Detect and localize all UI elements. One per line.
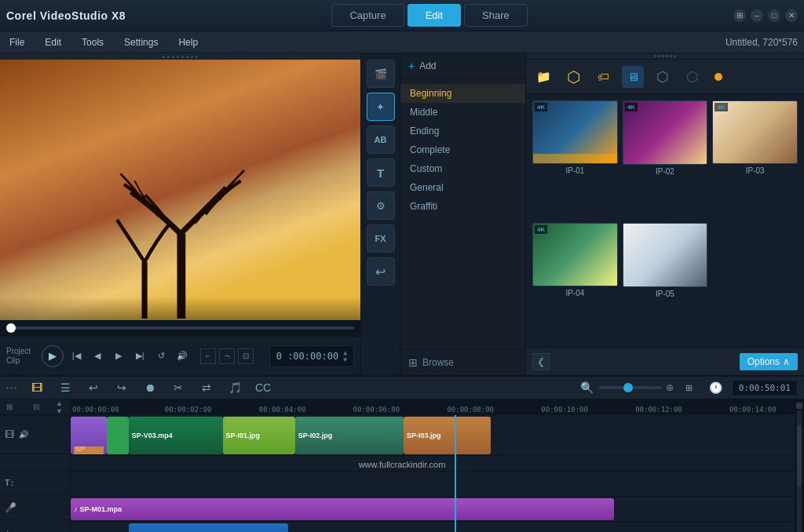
capture-btn[interactable]: Capture <box>331 4 404 27</box>
tc-up-arrow[interactable]: ▲ <box>343 349 347 356</box>
menu-tools[interactable]: Tools <box>79 35 107 49</box>
thumb-img-ip02[interactable]: 4K <box>623 100 708 165</box>
cat-complete[interactable]: Complete <box>400 140 525 159</box>
thumb-ip04[interactable]: 4K IP-04 <box>532 223 618 341</box>
thumb-img-ip03[interactable]: 4K <box>712 100 798 164</box>
tag-icon[interactable]: 🏷 <box>592 66 614 88</box>
add-track-btn[interactable]: ⊞ <box>3 401 16 414</box>
hexagon2-icon[interactable]: ⬡ <box>652 66 674 88</box>
thumb-ip01[interactable]: 4K IP-01 <box>532 100 618 218</box>
thumb-bar <box>533 154 617 163</box>
thumb-img-ip04[interactable]: 4K <box>532 223 618 286</box>
grid-icon[interactable]: ⊞ <box>733 9 746 22</box>
title-sidebar-btn[interactable]: AB <box>367 126 395 154</box>
snapshot-button[interactable]: ⊡ <box>238 348 254 364</box>
cat-beginning[interactable]: Beginning <box>400 84 525 103</box>
minimize-btn[interactable]: – <box>751 9 763 22</box>
hex-icon[interactable]: ⬡ <box>562 66 584 88</box>
timeline-view-btn[interactable]: 🎞 <box>26 377 48 399</box>
play-button[interactable]: ▶ <box>42 345 64 367</box>
mark-in-button[interactable]: ⌐ <box>200 348 216 364</box>
remove-track-btn[interactable]: ⊟ <box>30 401 42 414</box>
step-forward-button[interactable]: ▶ <box>110 348 127 365</box>
v-scroll-up[interactable] <box>796 403 802 409</box>
fx-sidebar-btn[interactable]: FX <box>367 224 395 253</box>
clip-green[interactable] <box>107 417 129 454</box>
clip-label: Clip <box>6 357 31 365</box>
cat-middle[interactable]: Middle <box>400 103 525 122</box>
motion-sidebar-btn[interactable]: ↩ <box>367 257 395 286</box>
browse-icon: ⊞ <box>408 356 418 369</box>
instant-project-btn[interactable]: ✦ <box>367 93 395 121</box>
zoom-out-icon[interactable]: 🔍 <box>580 381 594 394</box>
redo-btn[interactable]: ↪ <box>111 377 133 399</box>
cat-graffiti[interactable]: Graffiti <box>400 197 525 216</box>
maximize-btn[interactable]: □ <box>768 9 780 22</box>
add-label[interactable]: Add <box>419 60 436 71</box>
fit-timeline-btn[interactable]: ⊞ <box>678 377 700 399</box>
zoom-slider[interactable] <box>598 386 661 389</box>
cat-custom[interactable]: Custom <box>400 159 525 178</box>
clip-sp-thumb[interactable]: SP <box>71 417 107 454</box>
thumb-ip03[interactable]: 4K IP-03 <box>712 100 798 218</box>
seek-track[interactable] <box>6 326 354 330</box>
skip-end-button[interactable]: ▶| <box>131 348 148 365</box>
clip-spi01[interactable]: SP-I01.jpg <box>223 417 295 454</box>
record-btn[interactable]: ⏺ <box>139 377 161 399</box>
hexagon3-icon[interactable]: ⬡ <box>682 66 704 88</box>
thumb-ip02[interactable]: 4K IP-02 <box>623 100 708 218</box>
step-back-button[interactable]: ◀ <box>89 348 106 365</box>
v-scroll-thumb[interactable] <box>797 425 802 486</box>
scroll-up-arrow[interactable]: ▲ <box>56 399 67 407</box>
seek-thumb[interactable] <box>6 323 16 333</box>
split-btn[interactable]: ✂ <box>167 377 189 399</box>
timeline-timecode: 0:00:50:01 <box>732 380 798 396</box>
menu-settings[interactable]: Settings <box>121 35 161 49</box>
clip-spi03[interactable]: SP-I03.jpg <box>404 417 491 454</box>
scroll-down-arrow[interactable]: ▼ <box>56 407 67 415</box>
text-sidebar-btn[interactable]: T <box>367 159 395 187</box>
seek-bar[interactable] <box>0 320 360 336</box>
cat-general[interactable]: General <box>400 178 525 197</box>
edit-btn[interactable]: Edit <box>407 4 461 27</box>
loop-button[interactable]: ↺ <box>152 348 170 365</box>
zoom-in-icon[interactable]: ⊕ <box>666 382 674 393</box>
thumb-img-ip01[interactable]: 4K <box>532 100 618 164</box>
volume-button[interactable]: 🔊 <box>174 348 191 365</box>
playhead[interactable] <box>455 415 456 532</box>
options-button[interactable]: Options ∧ <box>740 353 798 370</box>
captions-btn[interactable]: CC <box>252 377 274 399</box>
category-list: Beginning Middle Ending Complete Custom … <box>400 79 525 349</box>
close-btn[interactable]: ✕ <box>785 9 798 22</box>
audio-btn[interactable]: 🎵 <box>224 377 246 399</box>
clip-spi02[interactable]: SP-I02.jpg <box>295 417 404 454</box>
browse-row[interactable]: ⊞ Browse <box>400 349 525 375</box>
monitor-icon[interactable]: 🖥 <box>622 66 644 88</box>
add-icon: + <box>408 60 415 72</box>
clip-spv03[interactable]: SP-V03.mp4 <box>129 417 223 454</box>
thumb-ip05[interactable]: IP-05 <box>623 223 708 341</box>
thumb-img-ip05[interactable] <box>623 223 708 287</box>
timecode-arrows[interactable]: ▲ ▼ <box>343 349 347 363</box>
menu-edit[interactable]: Edit <box>42 35 64 49</box>
cat-ending[interactable]: Ending <box>400 122 525 140</box>
transition-btn[interactable]: ⇄ <box>196 377 217 399</box>
share-btn[interactable]: Share <box>464 4 528 27</box>
track-audio-icon[interactable]: 🔊 <box>17 428 30 441</box>
storyboard-view-btn[interactable]: ☰ <box>54 377 76 399</box>
skip-start-button[interactable]: |◀ <box>68 348 85 365</box>
nav-left-arrow[interactable]: ❮ <box>532 353 550 370</box>
menu-help[interactable]: Help <box>175 35 201 49</box>
v-scrollbar[interactable] <box>795 399 804 532</box>
undo-btn[interactable]: ↩ <box>82 377 104 399</box>
clock-btn[interactable]: 🕐 <box>705 377 727 399</box>
clip-spm01[interactable]: ♪SP-M01.mpa <box>71 498 614 520</box>
media-sidebar-btn[interactable]: 🎬 <box>367 60 395 88</box>
filter-sidebar-btn[interactable]: ⚙ <box>367 191 395 220</box>
mark-out-button[interactable]: ¬ <box>219 348 235 364</box>
tc-down-arrow[interactable]: ▼ <box>343 356 347 363</box>
menu-file[interactable]: File <box>6 35 27 49</box>
clip-sps02[interactable]: ♪SP-S02.mpa <box>129 523 288 532</box>
folder-icon[interactable]: 📁 <box>532 66 554 88</box>
timeline-ruler: 00:00:00:00 00:00:02:00 00:00:04:00 00:0… <box>71 399 795 415</box>
